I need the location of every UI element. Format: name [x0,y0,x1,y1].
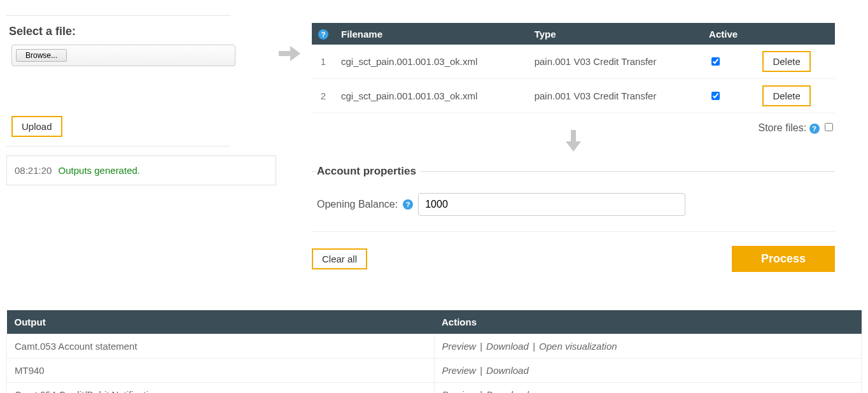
table-row: 1cgi_sct_pain.001.001.03_ok.xmlpain.001 … [312,45,835,79]
arrow-down-icon [312,130,835,154]
file-index: 2 [312,79,335,113]
account-properties-legend: Account properties [317,165,420,178]
table-row: Camt.054 Credit/Debit NotificationPrevie… [7,383,862,394]
output-actions: Preview | Download [434,359,862,383]
output-name: Camt.053 Account statement [7,334,435,359]
status-box: 08:21:20 Outputs generated. [6,155,276,185]
output-name: MT940 [7,359,435,383]
download-link[interactable]: Download [486,341,529,352]
clear-all-button[interactable]: Clear all [312,248,367,269]
download-link[interactable]: Download [486,389,529,393]
file-active-cell [703,45,756,79]
table-row: 2cgi_sct_pain.001.001.03_ok.xmlpain.001 … [312,79,835,113]
output-header-output: Output [7,310,435,334]
file-active-checkbox[interactable] [711,92,720,100]
status-time: 08:21:20 [15,165,52,176]
file-type: pain.001 V03 Credit Transfer [528,79,703,113]
file-active-cell [703,79,756,113]
store-files-checkbox[interactable] [825,123,833,131]
process-button[interactable]: Process [732,246,835,272]
files-header-type: Type [528,23,703,45]
help-icon[interactable]: ? [318,29,328,39]
preview-link[interactable]: Preview [442,341,476,352]
delete-button[interactable]: Delete [762,51,810,72]
preview-link[interactable]: Preview [442,389,476,393]
select-file-label: Select a file: [9,25,267,38]
open-visualization-link[interactable]: Open visualization [539,341,617,352]
files-header-active: Active [703,23,756,45]
files-header-filename: Filename [335,23,528,45]
store-files-label: Store files: [759,122,807,133]
status-message: Outputs generated. [59,165,140,176]
file-picker[interactable]: Browse... [11,45,235,66]
upload-button[interactable]: Upload [11,116,62,137]
output-header-actions: Actions [434,310,862,334]
file-type: pain.001 V03 Credit Transfer [528,45,703,79]
delete-button[interactable]: Delete [762,85,810,106]
table-row: Camt.053 Account statementPreview | Down… [7,334,862,359]
files-table: ? Filename Type Active 1cgi_sct_pain.001… [312,23,835,113]
table-row: MT940Preview | Download [7,359,862,383]
browse-button[interactable]: Browse... [16,49,67,62]
output-table: Output Actions Camt.053 Account statemen… [6,310,862,393]
preview-link[interactable]: Preview [442,365,476,376]
opening-balance-label: Opening Balance: [317,199,398,210]
file-index: 1 [312,45,335,79]
output-actions: Preview | Download [434,383,862,394]
file-active-checkbox[interactable] [711,57,720,66]
help-icon[interactable]: ? [809,124,820,134]
file-name: cgi_sct_pain.001.001.03_ok.xml [335,45,528,79]
arrow-right-icon [276,6,303,62]
download-link[interactable]: Download [486,365,529,376]
account-properties-fieldset: Account properties Opening Balance: ? [312,165,835,216]
files-help-header: ? [312,23,335,45]
help-icon[interactable]: ? [403,199,413,210]
output-actions: Preview | Download | Open visualization [434,334,862,359]
output-name: Camt.054 Credit/Debit Notification [7,383,435,394]
file-name: cgi_sct_pain.001.001.03_ok.xml [335,79,528,113]
opening-balance-input[interactable] [418,193,685,216]
